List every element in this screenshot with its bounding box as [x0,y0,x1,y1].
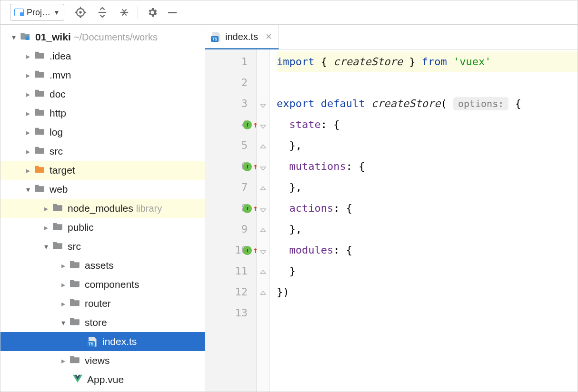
fold-open-icon[interactable] [260,102,266,108]
tree-label: public [68,222,94,233]
line-number: 5 [234,135,248,156]
folder-icon [70,260,80,271]
chevron-right-icon[interactable]: ▸ [23,166,33,175]
line-number: 11 [234,261,248,282]
tree-label: assets [85,260,114,271]
fold-close-icon[interactable] [260,227,266,234]
tree-label: target [50,165,75,176]
chevron-down-icon[interactable]: ▾ [23,185,33,194]
chevron-down-icon[interactable]: ▾ [9,33,19,42]
module-icon [20,32,30,42]
svg-marker-16 [260,228,266,232]
close-icon[interactable]: × [266,30,272,43]
tree-item-doc[interactable]: ▸ doc [0,85,205,104]
editor-tab-index-ts[interactable]: TS index.ts × [205,25,279,49]
chevron-right-icon[interactable]: ▸ [41,204,51,213]
folder-icon [35,127,45,137]
fold-column[interactable] [257,49,270,392]
tree-item-index-ts[interactable]: TS index.ts [0,332,205,351]
line-number: 3 [234,93,248,114]
code-line: }, [277,135,578,156]
folder-icon [53,203,63,214]
tree-item-target[interactable]: ▸ target [0,161,205,180]
tree-item-components[interactable]: ▸ components [0,275,205,294]
folder-icon [35,184,45,195]
tree-label: views [85,355,110,366]
tree-item-node-modules[interactable]: ▸ node_modules library [0,199,205,218]
line-gutter[interactable]: 1 2 3 4 I↑ 5 6 I↑ 7 8 I↑ 9 10 I↑ 11 12 1… [205,49,257,392]
svg-point-1 [80,12,81,13]
chevron-right-icon[interactable]: ▸ [23,52,33,61]
chevron-right-icon[interactable]: ▸ [23,71,33,80]
tree-root[interactable]: ▾ 01_wiki ~/Documents/works [0,28,205,47]
gutter-marker[interactable]: I↑ [243,114,258,135]
chevron-right-icon[interactable]: ▸ [23,147,33,156]
tree-item-log[interactable]: ▸ log [0,123,205,142]
fold-close-icon[interactable] [260,269,266,275]
locate-icon[interactable] [75,7,86,18]
view-dropdown[interactable]: Proj… ▼ [10,4,64,21]
tree-item-web-src[interactable]: ▾ src [0,237,205,256]
folder-icon [35,89,45,99]
gutter-marker[interactable]: I↑ [243,156,258,177]
chevron-right-icon[interactable]: ▸ [23,109,33,118]
tree-label: index.ts [102,336,137,347]
inlay-hint: options: [453,97,508,110]
tree-item-views[interactable]: ▸ views [0,351,205,370]
line-number: 12 [234,282,248,303]
svg-marker-14 [260,186,266,190]
svg-marker-15 [260,209,266,212]
code-content[interactable]: import { createStore } from 'vuex' expor… [270,49,578,392]
chevron-right-icon[interactable]: ▸ [23,90,33,99]
fold-open-icon[interactable] [260,248,266,255]
tree-label: log [50,127,63,138]
tree-item-web[interactable]: ▾ web [0,180,205,199]
svg-marker-17 [260,251,266,254]
code-line: mutations: { [277,156,578,177]
toolbar-icon-group [75,7,130,18]
project-tree[interactable]: ▾ 01_wiki ~/Documents/works ▸ .idea ▸ .m… [0,25,205,392]
chevron-right-icon[interactable]: ▸ [59,299,68,308]
tree-item-router[interactable]: ▸ router [0,294,205,313]
fold-close-icon[interactable] [260,290,266,296]
tree-item-src[interactable]: ▸ src [0,142,205,161]
tree-item-app-vue[interactable]: App.vue [0,370,205,389]
code-line: modules: { [277,240,578,261]
chevron-right-icon[interactable]: ▸ [59,280,68,289]
fold-close-icon[interactable] [260,144,266,150]
expand-all-icon[interactable] [97,7,108,18]
chevron-down-icon[interactable]: ▾ [41,242,51,251]
code-editor[interactable]: 1 2 3 4 I↑ 5 6 I↑ 7 8 I↑ 9 10 I↑ 11 12 1… [205,49,578,392]
chevron-down-icon[interactable]: ▾ [59,318,68,327]
tree-item-mvn[interactable]: ▸ .mvn [0,66,205,85]
fold-open-icon[interactable] [260,165,266,171]
folder-icon [70,298,80,309]
svg-rect-9 [26,36,30,40]
project-toolbar: Proj… ▼ [0,0,578,24]
chevron-right-icon[interactable]: ▸ [41,223,51,232]
chevron-right-icon[interactable]: ▸ [59,261,68,270]
fold-close-icon[interactable] [260,186,266,192]
gutter-marker[interactable]: I↑ [243,198,258,219]
code-line: } [277,261,578,282]
gutter-marker[interactable]: I↑ [243,240,258,261]
code-line: }, [277,219,578,240]
folder-icon [35,108,45,118]
typescript-file-icon: TS [87,337,98,347]
tree-item-public[interactable]: ▸ public [0,218,205,237]
gear-icon[interactable] [147,7,158,18]
tree-label: http [50,108,66,119]
tree-item-idea[interactable]: ▸ .idea [0,47,205,66]
fold-open-icon[interactable] [260,206,266,213]
minimize-icon[interactable] [167,7,178,18]
tree-item-store[interactable]: ▾ store [0,313,205,332]
project-window-icon [14,9,24,16]
tree-item-http[interactable]: ▸ http [0,104,205,123]
line-number: 2 [234,72,248,93]
svg-marker-19 [260,291,266,294]
collapse-all-icon[interactable] [119,7,130,18]
fold-open-icon[interactable] [260,123,266,129]
chevron-right-icon[interactable]: ▸ [23,128,33,137]
chevron-right-icon[interactable]: ▸ [59,356,68,365]
tree-item-assets[interactable]: ▸ assets [0,256,205,275]
